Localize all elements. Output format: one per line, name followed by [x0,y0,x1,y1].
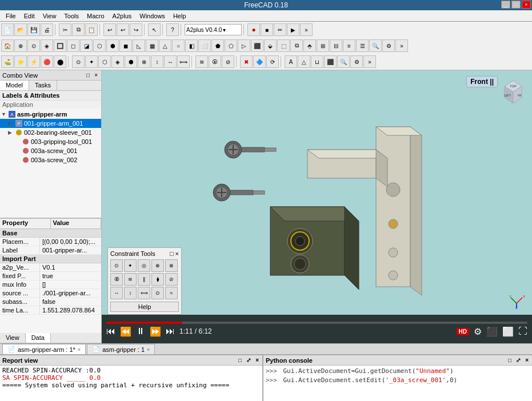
tb-r24[interactable]: ⬛ [324,55,337,68]
tb-r12[interactable]: ↕ [151,55,163,68]
tb-help[interactable]: ? [166,23,179,36]
tb-3d1[interactable]: ◻ [67,39,79,52]
tb-redo[interactable]: ↪ [130,23,142,36]
tb-r23[interactable]: ⊔ [311,55,323,68]
doc-tab-close-2[interactable]: × [147,347,150,352]
pause-button[interactable]: ⏸ [136,326,145,336]
tb-3d13[interactable]: ⬠ [225,39,237,52]
tb-r7[interactable]: ✦ [85,55,98,68]
ct-close-icon[interactable]: × [175,250,179,257]
settings-icon[interactable]: ⚙ [474,326,482,337]
tb-paste[interactable]: 📋 [85,23,98,36]
prop-row-label[interactable]: Label 001-gripper-ar... [0,246,101,255]
ct-btn-12[interactable]: ⟺ [138,287,150,299]
ct-btn-2[interactable]: ◎ [138,259,150,272]
combo-close-icon[interactable]: × [93,72,99,78]
tb-3d6[interactable]: ◺ [133,39,145,52]
tb-3d8[interactable]: △ [159,39,171,52]
ct-btn-7[interactable]: ∥ [138,273,150,286]
ct-minimize-icon[interactable]: □ [170,250,174,257]
tb-3d24[interactable]: 🔍 [369,39,382,52]
tb-r14[interactable]: ⟺ [177,55,190,68]
tree-item-screw1[interactable]: 003a-screw_001 [0,146,101,155]
tb-3d23[interactable]: ☰ [356,39,369,52]
tb-3d7[interactable]: ▦ [146,39,158,52]
tb-r19[interactable]: 🔷 [253,55,266,68]
viewport[interactable]: Front || TOP LEFT FR X Y Z Constraint To… [102,70,532,343]
ct-btn-9[interactable]: ⊘ [165,273,178,286]
tb-r11[interactable]: ⊕ [138,55,150,68]
menu-a2plus[interactable]: A2plus [109,12,135,20]
tb-undo2[interactable]: ↩ [117,23,129,36]
tb-more3[interactable]: » [363,55,376,68]
tb-r26[interactable]: ⚙ [350,55,363,68]
prev-frame-button[interactable]: ⏪ [120,326,131,337]
tree-item-root[interactable]: ▼ A asm-gripper-arm [0,110,101,119]
tb-view3[interactable]: ⊙ [27,39,40,52]
a2plus-dropdown[interactable]: A2plus V0.4.0 ▾ [185,24,242,35]
close-button[interactable]: × [522,1,531,9]
tb-3d20[interactable]: ⊞ [317,39,329,52]
python-float-icon[interactable]: ⤢ [515,357,522,363]
tb-3d19[interactable]: ⬘ [303,39,316,52]
ct-btn-8[interactable]: ⧫ [151,273,164,286]
tb-more2[interactable]: » [395,39,408,52]
prop-row-fixedp[interactable]: fixed P... true [0,272,101,280]
tb-undo[interactable]: ↩ [103,23,116,36]
menu-windows[interactable]: Windows [136,12,169,20]
tab-tasks[interactable]: Tasks [29,81,57,90]
ct-btn-11[interactable]: ↕ [124,287,137,299]
menu-macro[interactable]: Macro [83,12,108,20]
ct-btn-6[interactable]: ≋ [124,273,137,286]
ct-btn-14[interactable]: ≈ [165,287,178,299]
tb-r18[interactable]: ✖ [240,55,253,68]
tb-3d15[interactable]: ⬛ [251,39,263,52]
ct-btn-0[interactable]: ⊙ [110,259,123,272]
tb-new[interactable]: 📄 [1,23,14,36]
tb-r3[interactable]: ⚡ [27,55,40,68]
tb-3d17[interactable]: ⬚ [277,39,290,52]
tb-edit[interactable]: ✏ [274,23,286,36]
tab-data[interactable]: Data [26,333,51,343]
report-minimize-icon[interactable]: □ [237,357,243,363]
tb-r22[interactable]: △ [298,55,310,68]
tab-model[interactable]: Model [0,81,29,90]
ct-btn-13[interactable]: ⊙ [151,287,164,299]
tb-r17[interactable]: ⊘ [222,55,234,68]
tb-select[interactable]: ↖ [148,23,161,36]
maximize-button[interactable]: □ [511,1,521,9]
miniplayer-icon[interactable]: ⬛ [486,326,498,337]
python-minimize-icon[interactable]: □ [507,357,513,363]
tb-r15[interactable]: ≋ [195,55,208,68]
tb-r20[interactable]: ⟳ [266,55,279,68]
tb-view4[interactable]: ◈ [41,39,53,52]
fullscreen-icon[interactable]: ⛶ [518,326,527,336]
tb-3d18[interactable]: ⧉ [290,39,303,52]
tb-r13[interactable]: ↔ [164,55,177,68]
tb-print[interactable]: 🖨 [41,23,53,36]
ct-help-button[interactable]: Help [110,302,179,312]
theater-icon[interactable]: ⬜ [502,326,514,337]
doc-tab-asm-gripper-arm[interactable]: 📄 asm-gripper-arm : 1* × [2,344,86,354]
report-float-icon[interactable]: ⤢ [245,357,252,363]
combo-minimize-icon[interactable]: □ [85,72,91,78]
tb-3d5[interactable]: ◼ [119,39,132,52]
tb-3d14[interactable]: ▷ [238,39,250,52]
tb-r5[interactable]: ⬤ [54,55,66,68]
tb-3d10[interactable]: ◧ [185,39,198,52]
tb-copy[interactable]: ⧉ [72,23,85,36]
video-progress-bar[interactable] [106,322,527,324]
tb-r16[interactable]: ⦿ [209,55,221,68]
doc-tab-asm-gripper[interactable]: 📄 asm-gripper : 1 × [87,344,155,354]
doc-tab-close-1[interactable]: × [78,347,81,352]
tree-item-001[interactable]: ▶ P 001-gripper-arm_001 [0,119,101,128]
prop-row-placement[interactable]: Placem... [(0,00 0,00 1,00);... [0,238,101,246]
tree-item-002[interactable]: ▶ 002-bearing-sleeve_001 [0,128,101,137]
prop-row-a2pve[interactable]: a2p_Ve... V0.1 [0,263,101,272]
tb-3d4[interactable]: ⬢ [106,39,119,52]
prop-row-source[interactable]: source ... ./001-gripper-ar... [0,289,101,298]
tb-3d2[interactable]: ◪ [80,39,93,52]
ct-btn-5[interactable]: ⦿ [110,273,123,286]
tb-record-red[interactable]: ● [247,23,260,36]
menu-file[interactable]: File [2,12,19,20]
